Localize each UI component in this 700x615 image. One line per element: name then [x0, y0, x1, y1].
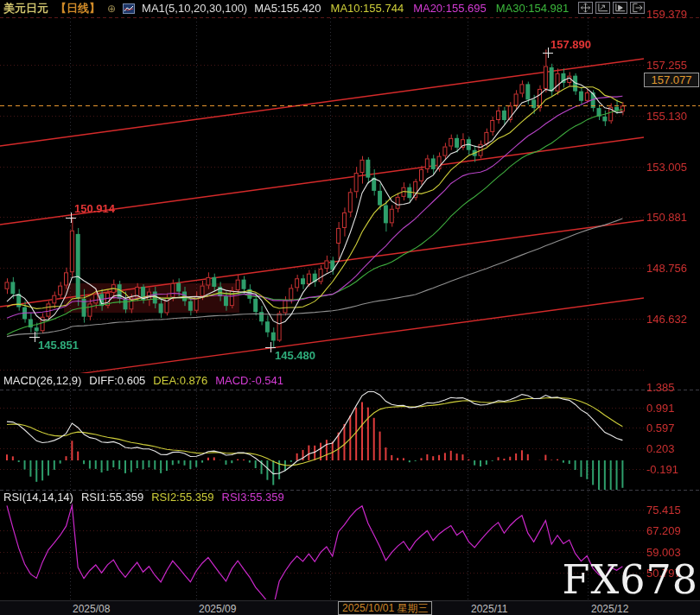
ma-value-label: MA5:155.420 — [254, 2, 321, 15]
axis-play-icon[interactable] — [613, 2, 627, 14]
chart-toolbar — [578, 2, 645, 14]
chart-canvas[interactable] — [0, 0, 700, 615]
rsi1-value: RSI1:55.359 — [81, 491, 143, 504]
rsi-axis-label: 75.415 — [646, 504, 681, 517]
current-price-axis-label: 157.077 — [644, 73, 699, 87]
rsi2-value: RSI2:55.359 — [151, 491, 213, 504]
price-annotation: 157.890 — [550, 38, 591, 51]
ma-value-label: MA20:155.695 — [413, 2, 487, 15]
macd-params-label: MACD(26,12,9) — [3, 374, 81, 387]
price-axis-label: 155.130 — [646, 110, 687, 123]
date-crosshair-label: 2025/10/01 星期三 — [338, 601, 432, 615]
price-axis-label: 153.005 — [646, 161, 687, 174]
price-axis-label: 159.379 — [646, 8, 687, 21]
macd-axis-label: 0.991 — [646, 402, 675, 415]
rsi-header: RSI(14,14,14) RSI1:55.359 RSI2:55.359 RS… — [3, 491, 284, 504]
chart-header: 美元日元 【日线】 ⊕ MA1(5,10,20,30,100) MA5:155.… — [3, 1, 588, 16]
rsi3-value: RSI3:55.359 — [222, 491, 284, 504]
macd-dea-value: DEA:0.876 — [153, 374, 207, 387]
price-axis-label: 150.881 — [646, 211, 687, 224]
x-axis-label: 2025/09 — [199, 603, 236, 615]
chart-type-icon[interactable] — [123, 3, 135, 14]
ma-value-label: MA10:155.744 — [331, 2, 404, 15]
price-axis-label: 157.255 — [646, 59, 687, 72]
price-annotation: 145.480 — [275, 349, 315, 362]
price-annotation: 150.914 — [74, 202, 115, 215]
macd-axis-label: 0.203 — [646, 442, 675, 455]
macd-axis-label: 0.597 — [646, 422, 675, 434]
period-label[interactable]: 【日线】 — [55, 1, 100, 16]
ma-values-group: MA5:155.420MA10:155.744MA20:155.695MA30:… — [254, 2, 588, 15]
price-axis-label: 148.756 — [646, 262, 687, 275]
macd-axis-label: 1.385 — [646, 381, 675, 394]
x-axis-label: 2025/08 — [73, 603, 110, 615]
macd-diff-value: DIFF:0.605 — [89, 374, 145, 387]
macd-header: MACD(26,12,9) DIFF:0.605 DEA:0.876 MACD:… — [3, 374, 283, 387]
macd-hist-value: MACD:-0.541 — [215, 374, 283, 387]
ma-value-label: MA30:154.981 — [496, 2, 570, 15]
watermark: FX678 — [563, 556, 698, 603]
price-axis-label: 146.632 — [646, 313, 687, 326]
ma-settings-label: MA1(5,10,20,30,100) — [142, 2, 247, 15]
exit-icon[interactable] — [630, 2, 645, 14]
x-axis-label: 2025/11 — [471, 603, 508, 615]
rsi-axis-label: 67.209 — [646, 524, 681, 537]
axis-scale-icon[interactable] — [595, 2, 610, 14]
trading-chart-window: 美元日元 【日线】 ⊕ MA1(5,10,20,30,100) MA5:155.… — [0, 0, 700, 615]
pan-icon[interactable] — [578, 2, 593, 14]
macd-axis-label: -0.191 — [646, 463, 678, 476]
price-annotation: 145.851 — [38, 339, 79, 352]
x-axis-label: 2025/12 — [591, 603, 628, 615]
symbol-title: 美元日元 — [3, 1, 48, 16]
rsi-params-label: RSI(14,14,14) — [3, 491, 73, 504]
expand-icon[interactable]: ⊕ — [107, 3, 116, 15]
